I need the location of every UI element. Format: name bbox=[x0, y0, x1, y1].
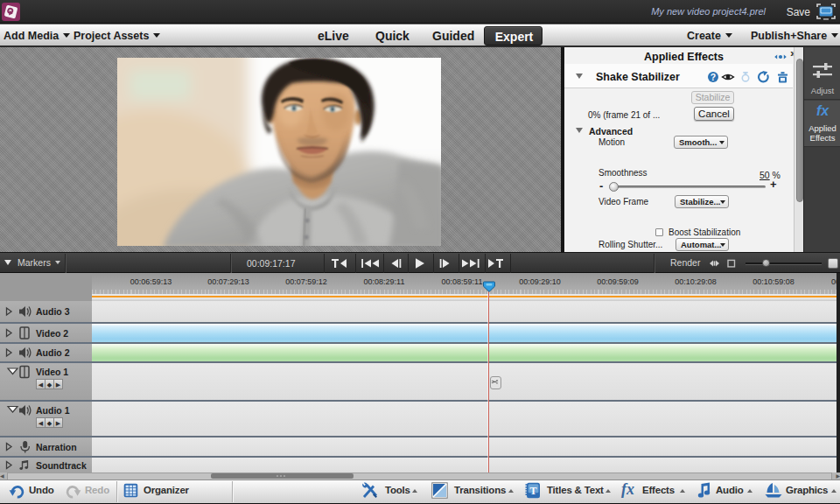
svg-text:Narration: Narration bbox=[36, 442, 77, 452]
svg-text:Soundtrack: Soundtrack bbox=[36, 460, 87, 471]
svg-text:T: T bbox=[529, 485, 536, 497]
svg-text:Audio 1: Audio 1 bbox=[36, 405, 70, 416]
svg-text:Video 1: Video 1 bbox=[36, 367, 68, 377]
svg-text:Video 2: Video 2 bbox=[36, 328, 68, 339]
svg-text:?: ? bbox=[710, 72, 716, 82]
svg-text:Audio 2: Audio 2 bbox=[36, 347, 70, 358]
svg-text:Audio 3: Audio 3 bbox=[36, 306, 70, 317]
